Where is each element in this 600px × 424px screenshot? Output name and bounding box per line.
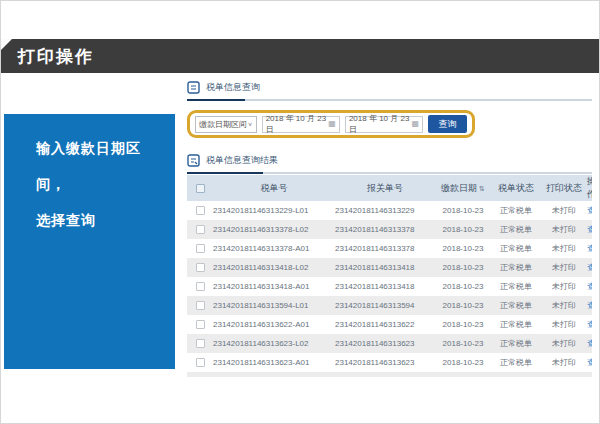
cell-pay-date: 2018-10-23 <box>435 258 491 277</box>
cell-print-status: 未打印 <box>541 315 587 334</box>
cell-declaration-no: 231420181146313622 <box>335 315 435 334</box>
row-checkbox[interactable] <box>196 320 205 329</box>
cell-print-status: 未打印 <box>541 220 587 239</box>
row-checkbox[interactable] <box>196 358 205 367</box>
cell-tax-no: 231420181146313418-A01 <box>213 277 335 296</box>
cell-pay-date: 2018-10-23 <box>435 239 491 258</box>
date-from-input[interactable]: 2018 年 10 月 23 日 ▦ <box>262 116 340 133</box>
cell-print-status: 未打印 <box>541 239 587 258</box>
sort-icon: ⇅ <box>479 185 485 192</box>
cell-print-status: 未打印 <box>541 277 587 296</box>
tab-tax-bill-query[interactable]: 税单信息查询 <box>187 77 592 97</box>
view-and-print-link[interactable]: 查看并打印 <box>587 225 592 234</box>
cell-tax-no: 231420181146313418-L02 <box>213 258 335 277</box>
result-list-icon <box>187 154 200 167</box>
column-header-operation: 操作 <box>587 175 592 201</box>
cell-print-status: 未打印 <box>541 372 587 377</box>
instruction-callout: 输入缴款日期区间， 选择查询 <box>4 114 175 369</box>
row-checkbox[interactable] <box>196 244 205 253</box>
row-checkbox[interactable] <box>196 225 205 234</box>
row-checkbox[interactable] <box>196 282 205 291</box>
calendar-icon[interactable]: ▦ <box>328 120 336 128</box>
cell-status: 正常税单 <box>491 353 541 372</box>
date-type-selected-value: 缴款日期区间 <box>199 119 247 130</box>
cell-status: 正常税单 <box>491 277 541 296</box>
view-and-print-link[interactable]: 查看并打印 <box>587 320 592 329</box>
calendar-icon[interactable]: ▦ <box>412 120 420 128</box>
row-checkbox[interactable] <box>196 206 205 215</box>
cell-print-status: 未打印 <box>541 201 587 220</box>
cell-pay-date: 2018-10-23 <box>435 201 491 220</box>
cell-print-status: 未打印 <box>541 353 587 372</box>
cell-pay-date: 2018-10-23 <box>435 220 491 239</box>
cell-declaration-no: 231420181146313636 <box>335 372 435 377</box>
slide: 打印操作 输入缴款日期区间， 选择查询 税单信息查询 缴款日期区间 ∨ 2018… <box>0 0 600 424</box>
cell-status: 正常税单 <box>491 201 541 220</box>
view-and-print-link[interactable]: 查看并打印 <box>587 339 592 348</box>
cell-print-status: 未打印 <box>541 296 587 315</box>
instruction-line-2: 选择查询 <box>36 202 165 238</box>
tab-underline <box>187 172 592 174</box>
cell-pay-date: 2018-10-23 <box>435 315 491 334</box>
cell-status: 正常税单 <box>491 315 541 334</box>
tab-query-results[interactable]: 税单信息查询结果 <box>187 150 592 170</box>
view-and-print-link[interactable]: 查看并打印 <box>587 263 592 272</box>
row-checkbox[interactable] <box>196 339 205 348</box>
view-and-print-link[interactable]: 查看并打印 <box>587 358 592 367</box>
cell-pay-date: 2018-10-23 <box>435 372 491 377</box>
cell-status: 正常税单 <box>491 258 541 277</box>
cell-pay-date: 2018-10-23 <box>435 353 491 372</box>
cell-pay-date: 2018-10-23 <box>435 296 491 315</box>
tab-label: 税单信息查询 <box>206 81 260 94</box>
table-row: 231420181146313378-A01 23142018114631337… <box>187 239 592 258</box>
cell-declaration-no: 231420181146313418 <box>335 277 435 296</box>
date-from-value: 2018 年 10 月 23 日 <box>266 113 329 135</box>
column-header-print-status: 打印状态 <box>541 175 587 201</box>
view-and-print-link[interactable]: 查看并打印 <box>587 282 592 291</box>
cell-tax-no: 231420181146313623-L02 <box>213 334 335 353</box>
column-header-status: 税单状态 <box>491 175 541 201</box>
results-table: 税单号 报关单号 缴款日期⇅ 税单状态 打印状态 操作 231420181146… <box>187 175 592 377</box>
table-row: 231420181146313229-L01 23142018114631322… <box>187 201 592 220</box>
date-to-input[interactable]: 2018 年 10 月 23 日 ▦ <box>345 116 423 133</box>
page-title: 打印操作 <box>18 45 94 68</box>
cell-tax-no: 231420181146313636-L02 <box>213 372 335 377</box>
query-button[interactable]: 查询 <box>428 115 467 133</box>
table-row: 231420181146313622-A01 23142018114631362… <box>187 315 592 334</box>
table-row: 231420181146313623-L02 23142018114631362… <box>187 334 592 353</box>
table-row: 231420181146313418-L02 23142018114631341… <box>187 258 592 277</box>
view-and-print-link[interactable]: 查看并打印 <box>587 244 592 253</box>
table-row: 231420181146313378-L02 23142018114631337… <box>187 220 592 239</box>
column-header-tax-no: 税单号 <box>213 175 335 201</box>
cell-status: 正常税单 <box>491 334 541 353</box>
highlight-annotation: 缴款日期区间 ∨ 2018 年 10 月 23 日 ▦ 2018 年 10 月 … <box>187 110 475 138</box>
cell-declaration-no: 231420181146313623 <box>335 353 435 372</box>
cell-pay-date: 2018-10-23 <box>435 334 491 353</box>
row-checkbox[interactable] <box>196 301 205 310</box>
select-all-checkbox[interactable] <box>196 184 205 193</box>
cell-print-status: 未打印 <box>541 258 587 277</box>
cell-status: 正常税单 <box>491 220 541 239</box>
main-content: 税单信息查询 缴款日期区间 ∨ 2018 年 10 月 23 日 ▦ 2018 … <box>187 77 592 377</box>
cell-declaration-no: 231420181146313229 <box>335 201 435 220</box>
row-checkbox[interactable] <box>196 263 205 272</box>
tab-label: 税单信息查询结果 <box>206 154 278 167</box>
cell-declaration-no: 231420181146313623 <box>335 334 435 353</box>
cell-pay-date: 2018-10-23 <box>435 277 491 296</box>
cell-tax-no: 231420181146313622-A01 <box>213 315 335 334</box>
cell-declaration-no: 231420181146313378 <box>335 220 435 239</box>
cell-status: 正常税单 <box>491 372 541 377</box>
view-and-print-link[interactable]: 查看并打印 <box>587 301 592 310</box>
table-header-row: 税单号 报关单号 缴款日期⇅ 税单状态 打印状态 操作 <box>187 175 592 201</box>
cell-declaration-no: 231420181146313378 <box>335 239 435 258</box>
column-header-pay-date[interactable]: 缴款日期⇅ <box>435 175 491 201</box>
cell-status: 正常税单 <box>491 296 541 315</box>
column-header-declaration-no: 报关单号 <box>335 175 435 201</box>
date-type-select[interactable]: 缴款日期区间 ∨ <box>195 116 257 133</box>
cell-print-status: 未打印 <box>541 334 587 353</box>
date-to-value: 2018 年 10 月 23 日 <box>349 113 412 135</box>
view-and-print-link[interactable]: 查看并打印 <box>587 206 592 215</box>
tab-underline <box>187 99 592 101</box>
slide-title-bar: 打印操作 <box>1 39 600 73</box>
cell-tax-no: 231420181146313229-L01 <box>213 201 335 220</box>
